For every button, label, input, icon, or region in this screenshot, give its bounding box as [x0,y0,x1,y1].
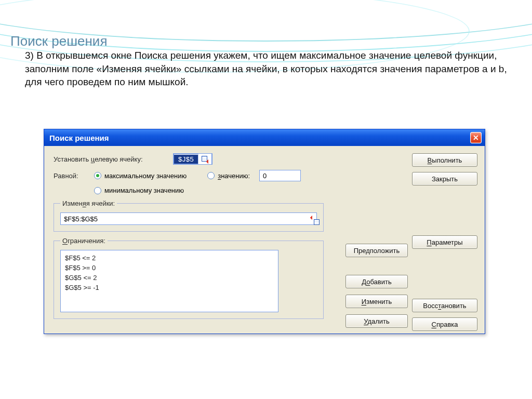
constraints-group: Ограничения: $F$5 <= 2 $F$5 >= 0 $G$5 <=… [54,237,324,319]
constraint-row[interactable]: $G$5 <= 2 [65,273,274,283]
radio-min-label: минимальному значению [104,187,184,194]
radio-value-label: значению: [218,172,250,180]
constraints-legend: Ограничения: [60,237,108,245]
change-button[interactable]: Изменить [345,295,408,308]
changing-cells-group: Изменяя ячейки: $F$5:$G$5 [54,200,324,232]
radio-min[interactable]: минимальному значению [94,187,184,194]
suggest-button[interactable]: Предположить [345,244,408,257]
constraint-row[interactable]: $G$5 >= -1 [65,283,274,293]
target-cell-value: $J$5 [174,155,198,164]
label-set-target: Установить целевую ячейку: [54,155,173,163]
slide-body-text: 3) В открывшемся окне Поиска решения ука… [25,49,511,89]
constraint-row[interactable]: $F$5 <= 2 [65,254,274,263]
value-input[interactable] [259,170,301,181]
radio-max[interactable]: максимальному значению [94,172,187,180]
radio-value[interactable]: значению: [207,172,250,180]
radio-dot-icon [207,172,215,179]
delete-button[interactable]: Удалить [345,314,408,328]
constraints-list[interactable]: $F$5 <= 2 $F$5 >= 0 $G$5 <= 2 $G$5 >= -1 [60,250,278,312]
changing-cells-input[interactable]: $F$5:$G$5 [60,212,317,225]
dialog-title: Поиск решения [49,134,109,142]
solver-dialog: Поиск решения ✕ Установить целевую ячейк… [44,129,485,334]
label-equal-to: Равной: [54,172,94,180]
changing-cells-legend: Изменяя ячейки: [60,200,117,207]
constraint-row[interactable]: $F$5 >= 0 [65,263,274,273]
close-button[interactable]: Закрыть [412,172,477,185]
params-button[interactable]: Параметры [412,235,477,249]
radio-dot-icon [94,187,101,194]
slide-title: Поиск решения [10,33,107,49]
target-cell-input[interactable]: $J$5 [173,153,212,165]
radio-max-label: максимальному значению [104,172,187,180]
range-picker-icon[interactable] [198,154,211,164]
execute-button[interactable]: Выполнить [412,153,477,167]
changing-cells-value: $F$5:$G$5 [64,215,98,223]
radio-dot-icon [94,172,101,179]
restore-button[interactable]: Восстановить [412,299,477,312]
help-button[interactable]: Справка [412,317,477,331]
dialog-titlebar[interactable]: Поиск решения ✕ [44,129,485,146]
close-icon[interactable]: ✕ [470,132,482,143]
add-button[interactable]: Добавить [345,275,408,288]
